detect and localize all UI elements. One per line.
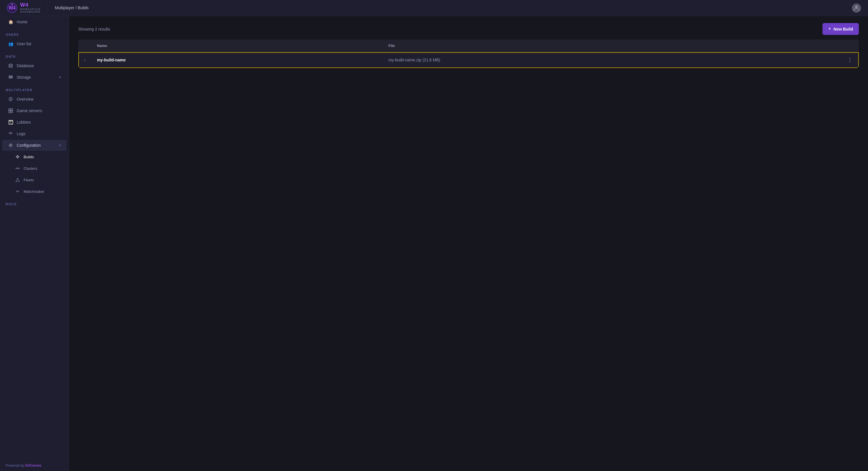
home-icon: 🏠 [8,19,13,25]
matchmaker-icon [15,189,20,194]
svg-point-17 [10,145,11,146]
row-name-value: my-build-name [97,58,126,62]
database-icon [8,63,13,68]
svg-marker-22 [16,178,19,182]
sidebar-item-label: Database [17,63,34,68]
section-label-docs: DOCS [0,197,69,208]
row-expander-icon[interactable]: › [84,58,86,62]
svg-rect-15 [11,111,13,113]
avatar[interactable] [852,3,861,13]
top-header: W4 W4 WORKSPACEDASHBOARD Multiplayer / B… [0,0,868,16]
row-name-cell: my-build-name [91,52,383,68]
users-icon: 👥 [8,41,13,47]
sidebar-item-label: User list [17,41,31,46]
lobbies-icon: 👪 [8,120,13,125]
header-left: W4 W4 WORKSPACEDASHBOARD Multiplayer / B… [7,2,89,14]
svg-point-8 [12,76,12,77]
new-build-button[interactable]: + New Build [823,23,859,35]
sidebar-item-label: Lobbies [17,120,31,124]
sidebar-item-label: Builds [24,155,34,159]
builds-table: Name File › my-build-name my [78,39,859,68]
row-more-actions-icon[interactable]: ⋮ [847,57,853,63]
main-layout: 🏠 Home USERS 👥 User list DATA Database S… [0,16,868,471]
table-header-row: Name File [78,39,859,52]
svg-point-11 [10,98,11,100]
sidebar-item-logs[interactable]: Logs [2,128,66,139]
sidebar-item-storage[interactable]: Storage ▾ [2,72,66,83]
svg-point-3 [11,3,13,5]
sidebar-item-label: Overview [17,97,33,101]
footer-link[interactable]: W4Games [25,464,41,468]
svg-point-18 [17,156,19,158]
breadcrumb: Multiplayer / Builds [55,5,89,10]
sidebar-item-home[interactable]: 🏠 Home [2,17,66,27]
sidebar: 🏠 Home USERS 👥 User list DATA Database S… [0,16,69,471]
row-file-cell: my-build-name.zip (21.8 MB) [383,52,841,68]
section-label-data: DATA [0,50,69,60]
logs-icon [8,131,13,136]
sidebar-item-label: Matchmaker [24,189,44,194]
svg-point-20 [18,168,19,169]
builds-icon [15,154,20,159]
content-area: Showing 2 results + New Build Name File [69,16,868,471]
sidebar-item-label: Configuration [17,143,41,148]
sidebar-item-database[interactable]: Database [2,60,66,71]
svg-rect-14 [9,111,10,113]
svg-point-16 [10,134,11,134]
sidebar-item-label: Clusters [24,166,37,171]
row-expand-cell: › [78,52,91,68]
sidebar-item-overview[interactable]: Overview [2,94,66,105]
footer-prefix: Powered by [6,464,25,468]
logo-area: W4 W4 WORKSPACEDASHBOARD [7,2,41,14]
logo-text: W4 WORKSPACEDASHBOARD [20,2,41,14]
col-header-actions [841,39,859,52]
sidebar-item-clusters[interactable]: Clusters [2,163,66,174]
fleets-icon [15,177,20,182]
section-label-users: USERS [0,28,69,38]
storage-icon [8,75,13,80]
col-header-expand [78,39,91,52]
col-header-file: File [383,39,841,52]
new-build-label: New Build [833,27,853,31]
sidebar-item-fleets[interactable]: Fleets [2,174,66,185]
svg-rect-12 [9,109,10,110]
table-row[interactable]: › my-build-name my-build-name.zip (21.8 … [78,52,859,68]
header-divider [48,4,48,12]
svg-rect-13 [11,109,13,110]
col-header-name: Name [91,39,383,52]
sidebar-item-game-servers[interactable]: Game servers [2,105,66,116]
sidebar-item-configuration[interactable]: Configuration ▾ [2,140,66,151]
sidebar-item-lobbies[interactable]: 👪 Lobbies [2,117,66,128]
svg-point-5 [9,64,12,65]
clusters-icon [15,166,20,171]
content-header: Showing 2 results + New Build [69,16,868,39]
results-label: Showing 2 results [78,27,110,31]
overview-icon [8,96,13,102]
sidebar-item-user-list[interactable]: 👥 User list [2,38,66,49]
sidebar-item-label: Home [17,20,27,24]
configuration-icon [8,143,13,148]
svg-point-19 [16,168,17,169]
logo-w4: W4 [20,2,41,8]
avatar-icon [854,5,859,11]
row-file-value: my-build-name.zip (21.8 MB) [389,58,440,62]
table-container: Name File › my-build-name my [69,39,868,68]
w4games-logo-icon: W4 [7,3,17,13]
section-label-multiplayer: MULTIPLAYER [0,83,69,93]
sidebar-item-label: Fleets [24,178,34,182]
sidebar-item-matchmaker[interactable]: Matchmaker [2,186,66,197]
logo-workspace: WORKSPACEDASHBOARD [20,8,41,14]
sidebar-item-label: Storage [17,75,31,80]
storage-chevron-icon: ▾ [59,75,61,79]
sidebar-item-builds[interactable]: Builds [2,151,66,162]
sidebar-item-label: Game servers [17,108,42,113]
svg-point-4 [855,5,858,8]
sidebar-footer: Powered by W4Games [0,460,69,471]
sidebar-item-label: Logs [17,131,25,136]
game-servers-icon [8,108,13,113]
configuration-chevron-icon: ▾ [59,143,61,147]
plus-icon: + [828,26,831,32]
svg-point-9 [12,78,12,78]
row-actions-cell[interactable]: ⋮ [841,52,859,68]
